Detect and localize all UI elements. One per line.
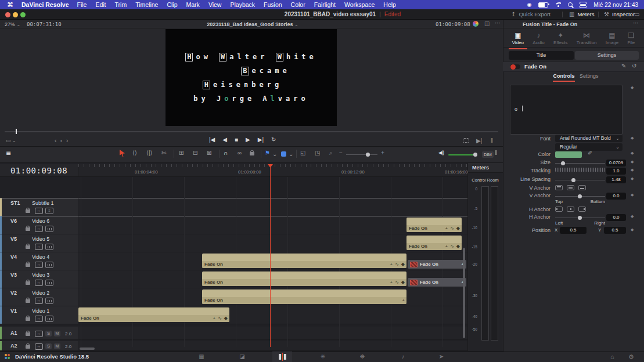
project-home-icon[interactable]: ⌂: [610, 354, 614, 360]
track-lane-st1[interactable]: [78, 198, 467, 216]
screen-record-icon[interactable]: ◉: [527, 2, 531, 8]
keyframe-button[interactable]: ◆: [631, 168, 634, 172]
viewer-scrub-bar[interactable]: [5, 131, 498, 132]
menu-help[interactable]: Help: [383, 1, 396, 8]
position-x-value[interactable]: 0.5: [560, 227, 587, 234]
keyframe-button[interactable]: ◆: [631, 160, 634, 164]
mute-button[interactable]: M: [54, 331, 60, 336]
track-header-st1[interactable]: ST1Subtitle 1↔≡: [0, 198, 78, 216]
auto-select-icon[interactable]: ↔: [35, 298, 43, 304]
auto-select-icon[interactable]: ↔: [35, 331, 43, 337]
video-preview[interactable]: How Walter WhiteBecameHeisenbergby Jorge…: [166, 29, 337, 126]
prev-clip-icon[interactable]: ‹: [55, 137, 56, 144]
volume-slider-knob[interactable]: [473, 153, 477, 157]
film-icon[interactable]: [45, 244, 53, 250]
transform-icon[interactable]: +: [213, 316, 215, 321]
viewer-mode-dropdown[interactable]: ▭ ⌄: [6, 137, 16, 143]
search-icon[interactable]: [568, 2, 573, 7]
film-icon[interactable]: [45, 316, 53, 322]
menu-workspace[interactable]: Workspace: [344, 1, 375, 8]
inspector-button[interactable]: ⚒ Inspector: [604, 11, 635, 17]
blade-edit-mode-icon[interactable]: ✄: [161, 150, 166, 156]
menu-mark[interactable]: Mark: [186, 1, 200, 8]
transform-icon[interactable]: +: [390, 280, 393, 285]
settings-mode-button[interactable]: Settings: [575, 51, 639, 60]
timeline-clip-fusion[interactable]: Fade On+: [408, 278, 466, 287]
keyframe-button[interactable]: ◆: [631, 176, 634, 181]
v-anchor-top-button[interactable]: [555, 185, 563, 190]
zoom-out-icon[interactable]: −: [339, 150, 343, 156]
lock-icon[interactable]: [26, 209, 30, 213]
maximize-window-button[interactable]: [20, 12, 26, 17]
auto-select-icon[interactable]: ↔: [35, 280, 43, 286]
trim-edit-mode-icon[interactable]: ⟨⟩: [132, 150, 137, 156]
next-clip-icon[interactable]: ›: [66, 137, 68, 144]
title-text-input[interactable]: [510, 85, 623, 135]
custom-zoom-icon[interactable]: ◱: [300, 150, 305, 156]
meters-button[interactable]: ▥ Meters: [569, 11, 595, 17]
goto-start-button[interactable]: |◀: [209, 136, 215, 143]
auto-select-icon[interactable]: ↔: [35, 343, 43, 350]
curve-icon[interactable]: ∿: [218, 316, 222, 321]
snapping-magnet-icon[interactable]: ∩: [224, 150, 228, 156]
keyframe-button[interactable]: ◆: [631, 85, 634, 90]
menu-fairlight[interactable]: Fairlight: [314, 1, 336, 8]
overwrite-clip-icon[interactable]: ⊟: [193, 150, 197, 156]
tab-audio[interactable]: ♪Audio: [533, 32, 544, 45]
track-header-v6[interactable]: V6Video 6↔: [0, 216, 78, 234]
curve-icon[interactable]: ∿: [395, 262, 399, 267]
insert-clip-icon[interactable]: ⊞: [179, 150, 184, 156]
controls-subtab[interactable]: Controls: [549, 73, 578, 79]
minimize-window-button[interactable]: [13, 12, 18, 17]
v-anchor-middle-button[interactable]: [567, 185, 574, 190]
curve-icon[interactable]: ∿: [395, 280, 399, 285]
lock-icon[interactable]: [26, 332, 30, 336]
track-lane-a2[interactable]: [78, 341, 467, 351]
menu-timeline[interactable]: Timeline: [135, 1, 158, 8]
position-lock-icon[interactable]: [250, 152, 254, 155]
keyframe-icon[interactable]: ◆: [456, 244, 460, 249]
play-button[interactable]: ▶: [246, 136, 250, 143]
tab-video[interactable]: ▣Video: [512, 32, 524, 45]
timeline-playhead[interactable]: [270, 164, 271, 347]
page-media[interactable]: ▦: [192, 352, 211, 362]
solo-button[interactable]: S: [45, 343, 52, 349]
film-icon[interactable]: [45, 280, 53, 286]
h-anchor-left-button[interactable]: [555, 207, 563, 212]
keyframe-icon[interactable]: ◆: [401, 280, 405, 285]
lock-icon[interactable]: [26, 317, 30, 321]
track-header-v1[interactable]: V1Video 1↔: [0, 306, 78, 324]
flag-chevron-icon[interactable]: ⌄: [272, 151, 277, 157]
auto-select-icon[interactable]: ↔: [35, 226, 43, 232]
keyframe-icon[interactable]: ◆: [456, 226, 460, 231]
v-anchor-value[interactable]: 0.0: [606, 193, 626, 200]
replace-clip-icon[interactable]: ⊠: [207, 150, 211, 156]
tracking-value[interactable]: 1.0: [606, 168, 626, 175]
loop-button[interactable]: ↻: [271, 136, 276, 143]
dim-audio-button[interactable]: DIM: [482, 151, 494, 158]
goto-end-button[interactable]: ▶|: [258, 136, 264, 143]
menu-edit[interactable]: Edit: [95, 1, 106, 8]
title-mode-button[interactable]: Title: [509, 51, 574, 60]
track-header-v2[interactable]: V2Video 2↔: [0, 288, 78, 306]
size-value[interactable]: 0.0709: [606, 160, 626, 166]
project-settings-gear-icon[interactable]: ⚙: [628, 354, 634, 360]
settings-subtab[interactable]: Settings: [580, 73, 599, 79]
tab-image[interactable]: ▤Image: [606, 32, 618, 45]
zoom-in-icon[interactable]: +: [381, 150, 384, 156]
lock-icon[interactable]: [26, 299, 30, 303]
apple-menu-icon[interactable]: ⌘: [7, 1, 13, 9]
page-fusion[interactable]: ✳: [313, 352, 333, 362]
size-slider-knob[interactable]: [561, 161, 565, 165]
track-lane-a1[interactable]: [78, 327, 467, 340]
keyframe-icon[interactable]: ◆: [224, 316, 228, 321]
menu-fusion[interactable]: Fusion: [264, 1, 282, 8]
match-frame-icon[interactable]: [463, 138, 469, 143]
transform-icon[interactable]: +: [445, 226, 448, 231]
page-color[interactable]: ❋: [352, 352, 372, 362]
timeline-clip[interactable]: Fade On+∿◆: [406, 236, 462, 250]
viewer-options-icon[interactable]: ⋯: [495, 20, 501, 26]
timeline-clip[interactable]: Fade On+∿◆: [202, 272, 406, 286]
menu-clock[interactable]: Mié 22 nov 21:43: [593, 2, 638, 8]
transform-icon[interactable]: +: [390, 262, 393, 267]
